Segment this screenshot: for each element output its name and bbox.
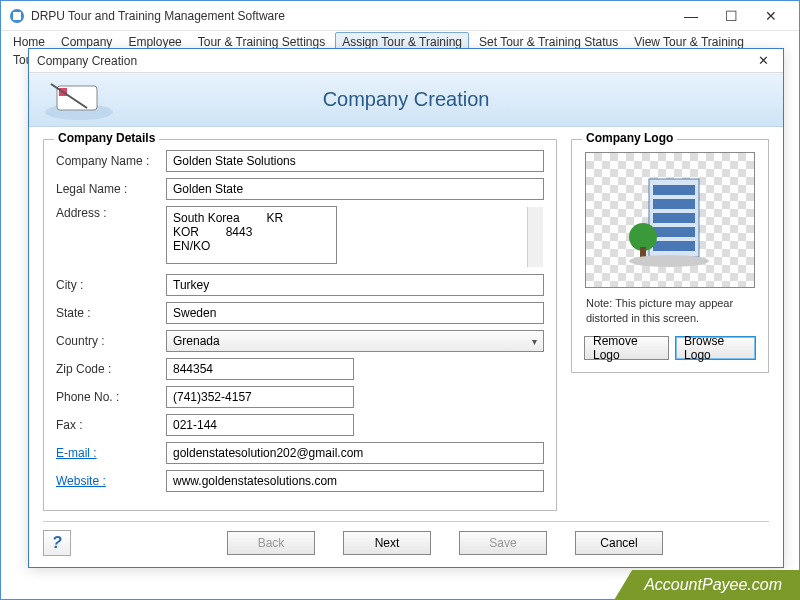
minimize-button[interactable]: —	[671, 2, 711, 30]
company-creation-modal: Company Creation ✕ Company Creation Comp…	[28, 48, 784, 568]
email-label[interactable]: E-mail :	[56, 446, 166, 460]
modal-footer: ? Back Next Save Cancel	[43, 521, 769, 557]
watermark-text: AccountPayee.com	[614, 570, 800, 600]
chevron-down-icon: ▾	[532, 336, 537, 347]
banner-title: Company Creation	[29, 88, 783, 111]
zip-label: Zip Code :	[56, 362, 166, 376]
logo-preview	[585, 152, 755, 288]
svg-rect-7	[653, 185, 695, 195]
website-input[interactable]	[166, 470, 544, 492]
email-input[interactable]	[166, 442, 544, 464]
company-details-legend: Company Details	[54, 131, 159, 145]
company-name-label: Company Name :	[56, 154, 166, 168]
remove-logo-button[interactable]: Remove Logo	[584, 336, 669, 360]
watermark: AccountPayee.com	[614, 570, 800, 600]
modal-banner: Company Creation	[29, 73, 783, 127]
fax-label: Fax :	[56, 418, 166, 432]
legal-name-label: Legal Name :	[56, 182, 166, 196]
legal-name-input[interactable]	[166, 178, 544, 200]
phone-input[interactable]	[166, 386, 354, 408]
save-button[interactable]: Save	[459, 531, 547, 555]
logo-note: Note: This picture may appear distorted …	[586, 296, 754, 326]
company-logo-legend: Company Logo	[582, 131, 677, 145]
svg-rect-9	[653, 213, 695, 223]
maximize-button[interactable]: ☐	[711, 2, 751, 30]
main-title: DRPU Tour and Training Management Softwa…	[31, 9, 671, 23]
svg-rect-8	[653, 199, 695, 209]
phone-label: Phone No. :	[56, 390, 166, 404]
svg-point-12	[629, 223, 657, 251]
state-input[interactable]	[166, 302, 544, 324]
browse-logo-button[interactable]: Browse Logo	[675, 336, 756, 360]
svg-rect-1	[13, 12, 21, 20]
company-logo-fieldset: Company Logo Note: This picture may	[571, 139, 769, 373]
address-label: Address :	[56, 206, 166, 220]
fax-input[interactable]	[166, 414, 354, 436]
svg-rect-11	[653, 241, 695, 251]
city-label: City :	[56, 278, 166, 292]
country-select[interactable]: Grenada ▾	[166, 330, 544, 352]
cancel-button[interactable]: Cancel	[575, 531, 663, 555]
back-button[interactable]: Back	[227, 531, 315, 555]
company-name-input[interactable]	[166, 150, 544, 172]
app-icon	[9, 8, 25, 24]
website-label[interactable]: Website :	[56, 474, 166, 488]
help-button[interactable]: ?	[43, 530, 71, 556]
close-button[interactable]: ✕	[751, 2, 791, 30]
country-value: Grenada	[173, 334, 220, 348]
svg-point-14	[629, 255, 709, 267]
building-icon	[615, 165, 725, 275]
address-input[interactable]	[166, 206, 337, 264]
main-titlebar: DRPU Tour and Training Management Softwa…	[1, 1, 799, 31]
company-details-fieldset: Company Details Company Name : Legal Nam…	[43, 139, 557, 511]
modal-title: Company Creation	[37, 54, 751, 68]
city-input[interactable]	[166, 274, 544, 296]
zip-input[interactable]	[166, 358, 354, 380]
svg-rect-10	[653, 227, 695, 237]
modal-close-button[interactable]: ✕	[751, 51, 775, 71]
address-scrollbar[interactable]	[527, 207, 543, 267]
next-button[interactable]: Next	[343, 531, 431, 555]
country-label: Country :	[56, 334, 166, 348]
state-label: State :	[56, 306, 166, 320]
